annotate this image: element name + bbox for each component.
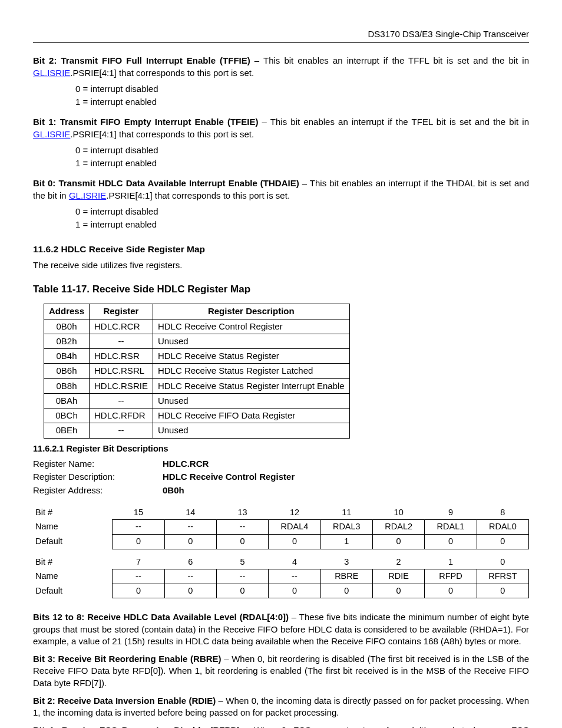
- bit2-link[interactable]: GL.ISRIE: [33, 68, 70, 78]
- bitname: --: [113, 569, 164, 584]
- bit-table-high: Bit # 15141312111098 Name ------RDAL4RDA…: [33, 506, 529, 549]
- running-header: DS3170 DS3/E3 Single-Chip Transceiver: [33, 28, 529, 42]
- bitdef: 0: [216, 535, 268, 549]
- table-header-row: Address Register Register Description: [44, 304, 350, 319]
- bitnum: 5: [216, 555, 268, 569]
- regdesc-label: Register Description:: [33, 471, 163, 483]
- subsection-11621: 11.6.2.1 Register Bit Descriptions: [33, 443, 529, 455]
- cell-desc: HDLC Receive Control Register: [153, 319, 349, 334]
- bit-table-low: Bit # 76543210 Name --------RBRERDIERFPD…: [33, 555, 529, 599]
- bit2-values: 0 = interrupt disabled 1 = interrupt ena…: [75, 83, 529, 108]
- bit0-post: .PSRIE[4:1] that corresponds to this por…: [106, 190, 290, 200]
- col-register: Register: [90, 304, 153, 319]
- table-row: 0BChHDLC.RFDRHDLC Receive FIFO Data Regi…: [44, 409, 350, 423]
- desc-bit2-title: Bit 2: Receive Data Inversion Enable (RD…: [33, 696, 216, 706]
- bitdef: 0: [113, 584, 164, 598]
- bitname: RDAL4: [269, 520, 320, 535]
- col-description: Register Description: [153, 304, 349, 319]
- regaddr-label: Register Address:: [33, 485, 163, 496]
- bitname: RDAL3: [320, 520, 372, 535]
- cell-desc: Unused: [153, 423, 349, 438]
- bitdef: 0: [164, 584, 216, 598]
- desc-bits12-8: Bits 12 to 8: Receive HDLC Data Availabl…: [33, 611, 529, 647]
- bitnum: 11: [320, 506, 372, 520]
- bit1-values: 0 = interrupt disabled 1 = interrupt ena…: [75, 144, 529, 170]
- cell-reg: --: [90, 393, 153, 408]
- table-row: 0BEh--Unused: [44, 423, 350, 438]
- desc-bits12-8-title: Bits 12 to 8: Receive HDLC Data Availabl…: [33, 612, 289, 622]
- bit2-paragraph: Bit 2: Transmit FIFO Full Interrupt Enab…: [33, 55, 529, 79]
- bit2-val0: 0 = interrupt disabled: [75, 83, 529, 95]
- cell-addr: 0B2h: [44, 334, 90, 348]
- register-map-table: Address Register Register Description 0B…: [44, 304, 350, 438]
- cell-reg: HDLC.RSRIE: [90, 378, 153, 393]
- bitnum: 9: [425, 506, 477, 520]
- table-11-17-title: Table 11-17. Receive Side HDLC Register …: [33, 283, 529, 297]
- bitnum: 4: [269, 555, 320, 569]
- bitnum: 2: [372, 555, 424, 569]
- cell-reg: --: [90, 423, 153, 438]
- cell-reg: HDLC.RFDR: [90, 409, 153, 423]
- bitname: RFPD: [425, 569, 477, 584]
- bitdef: 0: [425, 535, 477, 549]
- regname-label: Register Name:: [33, 458, 163, 470]
- cell-addr: 0BEh: [44, 423, 90, 438]
- bitname: --: [164, 569, 216, 584]
- bitname: --: [113, 520, 164, 535]
- col-address: Address: [44, 304, 90, 319]
- row-name-label: Name: [33, 520, 113, 535]
- row-default-label: Default: [33, 584, 113, 598]
- cell-addr: 0B0h: [44, 319, 90, 334]
- section-1162-body: The receive side utilizes five registers…: [33, 259, 529, 271]
- row-bitnum-label: Bit #: [33, 555, 113, 569]
- bitnum: 6: [164, 555, 216, 569]
- desc-bit3-title: Bit 3: Receive Bit Reordering Enable (RB…: [33, 654, 222, 664]
- bitname: RDAL2: [372, 520, 424, 535]
- bit2-title: Bit 2: Transmit FIFO Full Interrupt Enab…: [33, 55, 250, 65]
- table-row: 0B2h--Unused: [44, 334, 350, 348]
- register-info: Register Name: HDLC.RCR Register Descrip…: [33, 458, 529, 496]
- cell-desc: HDLC Receive Status Register Latched: [153, 364, 349, 378]
- regname-value: HDLC.RCR: [163, 458, 529, 470]
- cell-reg: HDLC.RCR: [90, 319, 153, 334]
- bit1-pre: – This bit enables an interrupt if the T…: [258, 117, 529, 127]
- bitnum: 8: [477, 506, 528, 520]
- bitnum: 12: [269, 506, 320, 520]
- bitnum: 1: [425, 555, 477, 569]
- desc-bit2: Bit 2: Receive Data Inversion Enable (RD…: [33, 695, 529, 719]
- bit0-paragraph: Bit 0: Transmit HDLC Data Available Inte…: [33, 177, 529, 202]
- cell-reg: HDLC.RSR: [90, 349, 153, 364]
- bit1-val0: 0 = interrupt disabled: [75, 144, 529, 157]
- bit0-values: 0 = interrupt disabled 1 = interrupt ena…: [75, 205, 529, 231]
- bit1-post: .PSRIE[4:1] that corresponds to this por…: [70, 129, 254, 139]
- bit1-title: Bit 1: Transmit FIFO Empty Interrupt Ena…: [33, 117, 258, 127]
- cell-desc: HDLC Receive Status Register Interrupt E…: [153, 378, 349, 393]
- bitdef: 0: [372, 584, 424, 598]
- table-row: 0B4hHDLC.RSRHDLC Receive Status Register: [44, 349, 350, 364]
- bitdef: 0: [269, 584, 320, 598]
- bit2-post: .PSRIE[4:1] that corresponds to this por…: [70, 68, 254, 78]
- bitname: RBRE: [320, 569, 372, 584]
- bitdef: 0: [113, 535, 164, 549]
- bit0-title: Bit 0: Transmit HDLC Data Available Inte…: [33, 178, 299, 188]
- regdesc-value: HDLC Receive Control Register: [163, 471, 529, 483]
- cell-reg: --: [90, 334, 153, 348]
- regaddr-value: 0B0h: [163, 485, 529, 496]
- bitname: RDAL0: [477, 520, 528, 535]
- bitdef: 0: [216, 584, 268, 598]
- bit1-link[interactable]: GL.ISRIE: [33, 129, 70, 139]
- bitname: --: [164, 520, 216, 535]
- cell-reg: HDLC.RSRL: [90, 364, 153, 378]
- table-row: 0B0hHDLC.RCRHDLC Receive Control Registe…: [44, 319, 350, 334]
- bitname: RDAL1: [425, 520, 477, 535]
- header-divider: [33, 42, 529, 43]
- bitdef: 0: [164, 535, 216, 549]
- bit0-link[interactable]: GL.ISRIE: [69, 190, 106, 200]
- bit1-paragraph: Bit 1: Transmit FIFO Empty Interrupt Ena…: [33, 116, 529, 140]
- row-default-label: Default: [33, 535, 113, 549]
- bitdef: 0: [477, 535, 528, 549]
- bitnum: 15: [113, 506, 164, 520]
- bit0-val1: 1 = interrupt enabled: [75, 218, 529, 231]
- cell-addr: 0B6h: [44, 364, 90, 378]
- bit2-pre: – This bit enables an interrupt if the T…: [250, 55, 529, 65]
